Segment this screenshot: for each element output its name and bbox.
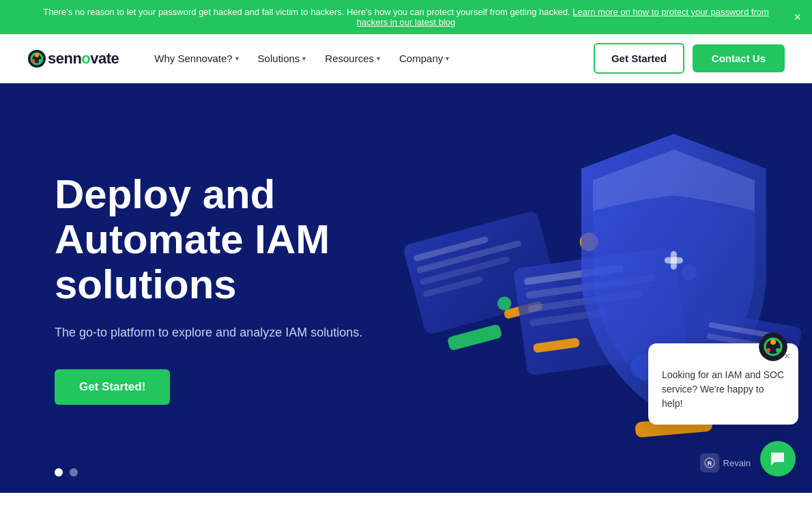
svg-point-3 [39,59,42,62]
navbar: sennovate Why Sennovate? ▾ Solutions ▾ R… [0,34,812,83]
svg-point-31 [770,339,776,345]
svg-text:R: R [707,460,712,467]
revain-text: Revain [723,458,751,468]
hero-section: Deploy and Automate IAM solutions The go… [0,83,812,493]
banner-text: There's no reason to let your password g… [43,7,570,17]
hero-subtitle: The go-to platform to explore and analyz… [55,324,362,342]
revain-badge: R Revain [700,453,751,472]
revain-icon: R [700,453,719,472]
logo[interactable]: sennovate [27,49,119,68]
banner-close-icon[interactable]: × [794,10,801,25]
get-started-button[interactable]: Get Started [594,43,684,74]
logo-icon [27,49,46,68]
svg-point-20 [497,296,510,310]
chat-popup: × Looking for an IAM and SOC service? We… [648,343,798,425]
nav-links: Why Sennovate? ▾ Solutions ▾ Resources ▾… [146,47,594,70]
chat-button[interactable] [760,441,796,476]
svg-point-33 [766,348,770,352]
nav-buttons: Get Started Contact Us [594,43,785,74]
nav-item-company[interactable]: Company ▾ [391,47,457,70]
announcement-banner: There's no reason to let your password g… [0,0,812,34]
dot-1[interactable] [55,468,63,476]
hero-dots-indicator [55,468,78,476]
chat-bubble-icon [769,450,787,468]
nav-item-resources[interactable]: Resources ▾ [317,47,388,70]
chat-popup-text: Looking for an IAM and SOC service? We'r… [662,368,785,411]
chevron-down-icon: ▾ [235,55,239,62]
svg-point-4 [32,59,35,62]
hero-title: Deploy and Automate IAM solutions [55,172,362,307]
hero-cta-button[interactable]: Get Started! [55,369,170,405]
svg-point-2 [35,53,39,57]
svg-point-32 [776,348,780,352]
contact-us-button[interactable]: Contact Us [693,44,785,72]
nav-item-why[interactable]: Why Sennovate? ▾ [146,47,246,70]
logo-text: sennovate [48,50,119,68]
chevron-down-icon: ▾ [446,55,449,62]
iam-shield-illustration [366,83,813,493]
hero-illustration [366,83,813,493]
svg-rect-23 [670,251,676,270]
chevron-down-icon: ▾ [377,55,380,62]
chevron-down-icon: ▾ [302,55,306,62]
dot-2[interactable] [70,468,78,476]
nav-item-solutions[interactable]: Solutions ▾ [250,47,315,70]
svg-rect-10 [446,324,502,351]
hero-content: Deploy and Automate IAM solutions The go… [55,172,362,405]
chat-popup-close-icon[interactable]: × [784,350,790,362]
